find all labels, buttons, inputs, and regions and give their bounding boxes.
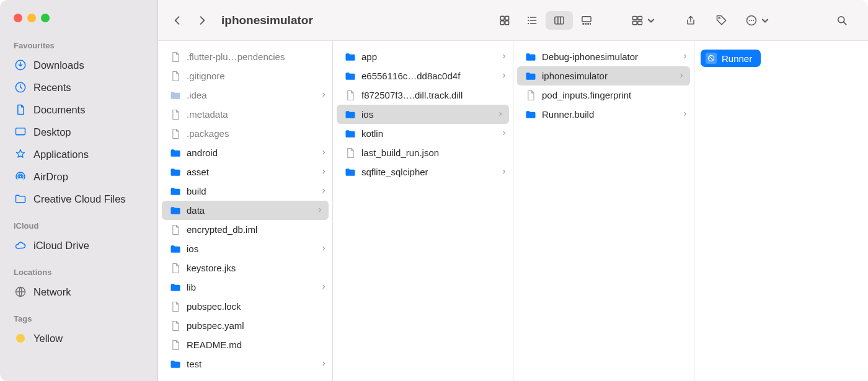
list-item[interactable]: lib bbox=[158, 278, 332, 297]
share-button[interactable] bbox=[677, 11, 704, 30]
list-item[interactable]: asset bbox=[158, 162, 332, 182]
list-item[interactable]: pubspec.yaml bbox=[158, 316, 332, 335]
view-list-button[interactable] bbox=[518, 11, 546, 30]
sidebar-item-applications[interactable]: Applications bbox=[0, 143, 157, 165]
folder-icon bbox=[344, 128, 356, 140]
nav-forward-button[interactable] bbox=[192, 10, 213, 31]
list-item[interactable]: ios bbox=[158, 239, 332, 258]
folder-icon bbox=[14, 192, 27, 206]
desktop-icon bbox=[14, 125, 27, 139]
list-item[interactable]: e6556116c…dd8ac0d4f bbox=[333, 66, 513, 85]
view-gallery-button[interactable] bbox=[573, 11, 600, 30]
file-icon bbox=[169, 128, 182, 140]
folder-icon bbox=[169, 185, 182, 198]
chevron-right-icon bbox=[681, 52, 689, 62]
list-item-label: keystore.jks bbox=[187, 263, 327, 273]
file-icon bbox=[344, 147, 356, 159]
runner-item[interactable]: Runner bbox=[701, 50, 761, 67]
list-item-label: sqflite_sqlcipher bbox=[361, 167, 495, 177]
list-item[interactable]: keystore.jks bbox=[158, 258, 332, 278]
list-item-label: Runner.build bbox=[542, 109, 676, 120]
minimize-window-button[interactable] bbox=[27, 14, 36, 22]
list-item-label: ios bbox=[361, 109, 492, 120]
list-item-label: .gitignore bbox=[187, 71, 327, 81]
sidebar-item-network[interactable]: Network bbox=[0, 281, 157, 303]
list-item-label: app bbox=[361, 51, 495, 62]
list-item[interactable]: kotlin bbox=[333, 124, 513, 143]
list-item[interactable]: pubspec.lock bbox=[158, 297, 332, 316]
view-columns-button[interactable] bbox=[546, 11, 573, 30]
list-item[interactable]: sqflite_sqlcipher bbox=[333, 162, 513, 182]
list-item[interactable]: ios bbox=[337, 105, 509, 124]
folder-icon bbox=[344, 51, 356, 63]
list-item[interactable]: test bbox=[158, 354, 332, 374]
chevron-right-icon bbox=[500, 167, 508, 177]
clock-icon bbox=[14, 81, 27, 94]
sidebar-item-desktop[interactable]: Desktop bbox=[0, 121, 157, 143]
list-item[interactable]: .gitignore bbox=[158, 66, 332, 85]
folder-icon bbox=[169, 89, 182, 102]
list-item[interactable]: pod_inputs.fingerprint bbox=[513, 85, 694, 105]
list-item-label: android bbox=[187, 147, 315, 158]
list-item[interactable]: app bbox=[333, 47, 513, 66]
cloud-icon bbox=[14, 239, 27, 252]
folder-icon bbox=[169, 147, 182, 159]
sidebar-item-airdrop[interactable]: AirDrop bbox=[0, 165, 157, 188]
search-button[interactable] bbox=[828, 11, 856, 30]
tag-dot-icon bbox=[14, 331, 27, 345]
list-item[interactable]: README.md bbox=[158, 335, 332, 354]
chevron-right-icon bbox=[678, 71, 685, 81]
group-by-button[interactable] bbox=[625, 11, 663, 30]
list-item[interactable]: Debug-iphonesimulator bbox=[513, 47, 694, 66]
actions-button[interactable] bbox=[739, 11, 777, 30]
applications-icon bbox=[14, 147, 27, 161]
column-browser: .flutter-plu…pendencies.gitignore.idea.m… bbox=[158, 41, 868, 381]
list-item[interactable]: iphonesimulator bbox=[517, 66, 690, 85]
file-icon bbox=[169, 300, 182, 313]
sidebar: Favourites Downloads Recents Documents D… bbox=[0, 0, 158, 381]
sidebar-item-label: Applications bbox=[33, 149, 89, 160]
sidebar-item-icloud-drive[interactable]: iCloud Drive bbox=[0, 234, 157, 256]
list-item[interactable]: Runner.build bbox=[513, 105, 694, 124]
sidebar-item-label: Downloads bbox=[33, 59, 84, 71]
sidebar-item-label: Yellow bbox=[33, 333, 63, 344]
locations-heading: Locations bbox=[0, 265, 157, 281]
view-icons-button[interactable] bbox=[491, 11, 518, 30]
sidebar-item-downloads[interactable]: Downloads bbox=[0, 54, 157, 76]
chevron-right-icon bbox=[320, 148, 327, 158]
chevron-right-icon bbox=[497, 110, 504, 120]
view-switcher bbox=[491, 11, 600, 30]
list-item-label: f872507f3….dill.track.dill bbox=[361, 90, 508, 100]
sidebar-item-label: Desktop bbox=[33, 126, 71, 138]
list-item[interactable]: .idea bbox=[158, 85, 332, 105]
list-item[interactable]: build bbox=[158, 182, 332, 201]
close-window-button[interactable] bbox=[14, 14, 22, 22]
list-item[interactable]: f872507f3….dill.track.dill bbox=[333, 85, 513, 105]
list-item-label: pubspec.yaml bbox=[187, 320, 327, 331]
file-icon bbox=[169, 108, 182, 121]
network-icon bbox=[14, 285, 27, 299]
list-item[interactable]: .packages bbox=[158, 124, 332, 143]
nav-back-button[interactable] bbox=[167, 10, 188, 31]
file-icon bbox=[344, 89, 356, 102]
list-item[interactable]: data bbox=[162, 201, 329, 220]
window-controls bbox=[0, 0, 157, 38]
sidebar-item-creative-cloud[interactable]: Creative Cloud Files bbox=[0, 188, 157, 210]
sidebar-tag-yellow[interactable]: Yellow bbox=[0, 327, 157, 349]
list-item[interactable]: android bbox=[158, 143, 332, 162]
sidebar-item-label: AirDrop bbox=[33, 171, 68, 183]
sidebar-item-documents[interactable]: Documents bbox=[0, 99, 157, 121]
list-item[interactable]: last_build_run.json bbox=[333, 143, 513, 162]
list-item[interactable]: .flutter-plu…pendencies bbox=[158, 47, 332, 66]
maximize-window-button[interactable] bbox=[41, 14, 50, 22]
list-item[interactable]: encrypted_db.iml bbox=[158, 220, 332, 239]
chevron-right-icon bbox=[320, 186, 327, 196]
column-2: appe6556116c…dd8ac0d4ff872507f3….dill.tr… bbox=[333, 41, 513, 381]
sidebar-item-recents[interactable]: Recents bbox=[0, 76, 157, 99]
tags-button[interactable] bbox=[708, 11, 735, 30]
list-item-label: README.md bbox=[187, 339, 327, 350]
list-item[interactable]: .metadata bbox=[158, 105, 332, 124]
chevron-right-icon bbox=[500, 129, 508, 139]
list-item-label: e6556116c…dd8ac0d4f bbox=[361, 71, 495, 81]
airdrop-icon bbox=[14, 170, 27, 183]
